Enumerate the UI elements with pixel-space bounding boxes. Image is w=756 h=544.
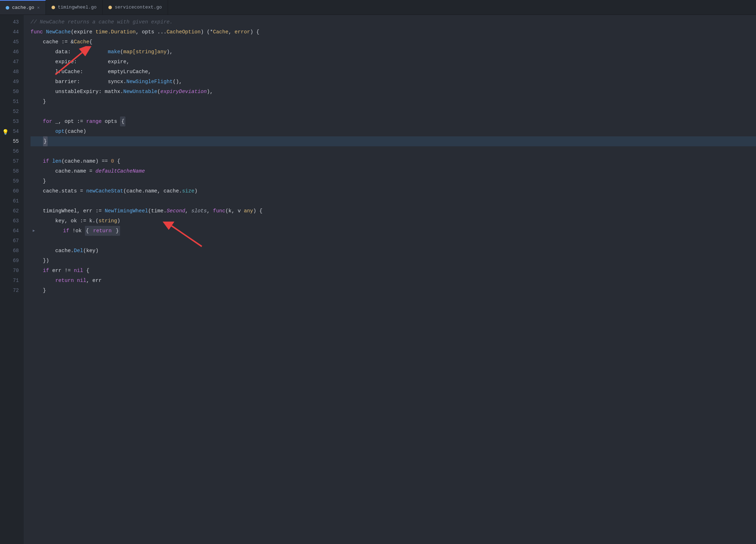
code-line-67 bbox=[31, 236, 756, 246]
code-line-50: unstableExpiry: mathx.NewUnstable(expiry… bbox=[31, 87, 756, 97]
line-num-47: 47 bbox=[0, 57, 24, 67]
code-line-70: if err != nil { bbox=[31, 266, 756, 276]
line-num-68: 68 bbox=[0, 246, 24, 256]
code-line-62: timingWheel, err := NewTimingWheel(time.… bbox=[31, 206, 756, 216]
line-num-49: 49 bbox=[0, 77, 24, 87]
code-line-52 bbox=[31, 107, 756, 116]
code-line-58: cache.name = defaultCacheName bbox=[31, 166, 756, 176]
tab-icon-servicecontext-go bbox=[108, 6, 112, 9]
line-num-50: 50 bbox=[0, 87, 24, 97]
code-line-53: for _, opt := range opts { bbox=[31, 116, 756, 126]
code-line-61 bbox=[31, 196, 756, 206]
line-num-58: 58 bbox=[0, 166, 24, 176]
tab-cache-go[interactable]: cache.go ✕ bbox=[0, 0, 46, 15]
tab-icon-timingwheel-go bbox=[52, 6, 55, 9]
code-line-68: cache.Del(key) bbox=[31, 246, 756, 256]
code-line-71: return nil, err bbox=[31, 276, 756, 285]
code-line-59: } bbox=[31, 176, 756, 186]
tab-servicecontext-go[interactable]: servicecontext.go bbox=[103, 0, 168, 15]
code-line-56 bbox=[31, 146, 756, 156]
editor-area: 43 44 45 46 47 48 49 50 51 52 53 💡 54 55… bbox=[0, 15, 756, 544]
code-line-45: cache := &Cache{ bbox=[31, 37, 756, 47]
line-num-45: 45 bbox=[0, 37, 24, 47]
line-num-55: 55 bbox=[0, 136, 24, 146]
tab-label-timingwheel-go: timingwheel.go bbox=[58, 5, 97, 10]
tab-bar: cache.go ✕ timingwheel.go servicecontext… bbox=[0, 0, 756, 15]
code-line-69: }) bbox=[31, 256, 756, 266]
code-line-55: } bbox=[31, 136, 756, 146]
line-num-60: 60 bbox=[0, 186, 24, 196]
line-num-69: 69 bbox=[0, 256, 24, 266]
code-line-72: } bbox=[31, 285, 756, 295]
line-num-63: 63 bbox=[0, 216, 24, 226]
line-num-56: 56 bbox=[0, 146, 24, 156]
line-num-44: 44 bbox=[0, 27, 24, 37]
code-line-46: data: make(map[string]any), bbox=[31, 47, 756, 57]
tab-label-servicecontext-go: servicecontext.go bbox=[115, 5, 162, 10]
line-num-62: 62 bbox=[0, 206, 24, 216]
line-num-54: 💡 54 bbox=[0, 126, 24, 136]
code-line-48: lruCache: emptyLruCache, bbox=[31, 67, 756, 77]
code-line-44: func NewCache(expire time.Duration, opts… bbox=[31, 27, 756, 37]
code-line-47: expire: expire, bbox=[31, 57, 756, 67]
line-num-59: 59 bbox=[0, 176, 24, 186]
line-num-43: 43 bbox=[0, 17, 24, 27]
collapse-arrow[interactable]: ► bbox=[31, 228, 37, 234]
code-area[interactable]: // NewCache returns a cache with given e… bbox=[24, 15, 756, 544]
line-num-67: 67 bbox=[0, 236, 24, 246]
tab-timingwheel-go[interactable]: timingwheel.go bbox=[46, 0, 103, 15]
line-num-72: 72 bbox=[0, 285, 24, 295]
line-num-61: 61 bbox=[0, 196, 24, 206]
line-num-64: 64 bbox=[0, 226, 24, 236]
line-num-52: 52 bbox=[0, 107, 24, 116]
line-num-57: 57 bbox=[0, 156, 24, 166]
line-num-48: 48 bbox=[0, 67, 24, 77]
line-numbers: 43 44 45 46 47 48 49 50 51 52 53 💡 54 55… bbox=[0, 15, 24, 544]
code-line-64: ► if !ok { return } bbox=[31, 226, 756, 236]
code-line-49: barrier: syncx.NewSingleFlight(), bbox=[31, 77, 756, 87]
code-line-57: if len(cache.name) == 0 { bbox=[31, 156, 756, 166]
tab-icon-cache-go bbox=[6, 6, 9, 10]
code-line-54: opt(cache) bbox=[31, 126, 756, 136]
code-line-63: key, ok := k.(string) bbox=[31, 216, 756, 226]
line-num-70: 70 bbox=[0, 266, 24, 276]
code-line-60: cache.stats = newCacheStat(cache.name, c… bbox=[31, 186, 756, 196]
code-line-51: } bbox=[31, 97, 756, 107]
line-num-46: 46 bbox=[0, 47, 24, 57]
line-num-53: 53 bbox=[0, 116, 24, 126]
tab-label-cache-go: cache.go bbox=[12, 5, 34, 10]
tab-close-cache-go[interactable]: ✕ bbox=[37, 5, 39, 10]
line-num-71: 71 bbox=[0, 276, 24, 285]
code-line-43: // NewCache returns a cache with given e… bbox=[31, 17, 756, 27]
line-num-51: 51 bbox=[0, 97, 24, 107]
